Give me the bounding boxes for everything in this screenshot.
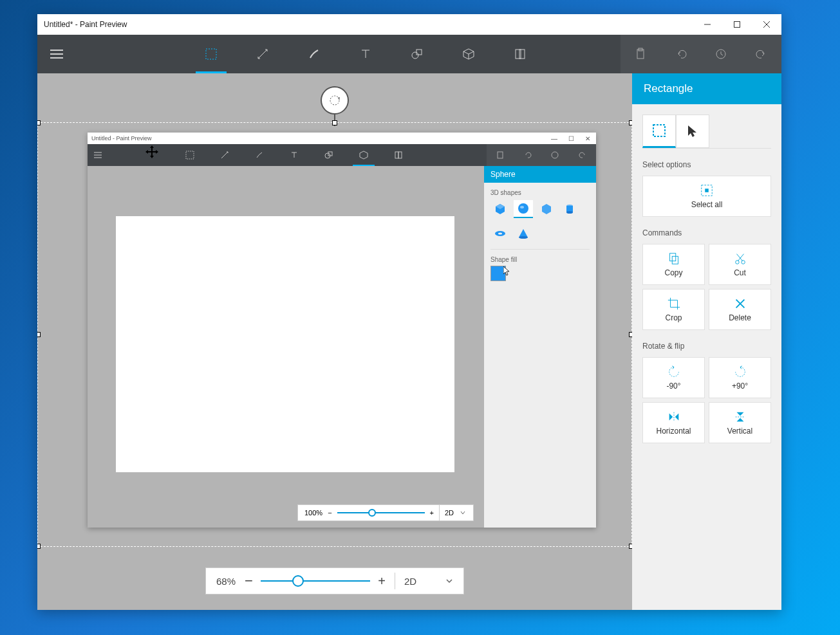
inner-undo	[514, 144, 542, 166]
zoom-in-button[interactable]: +	[378, 574, 386, 589]
svg-point-62	[735, 261, 739, 264]
svg-point-47	[498, 233, 502, 235]
history-button[interactable]	[701, 35, 742, 73]
inner-zoom-in: +	[430, 509, 434, 517]
side-panel: Rectangle Select options Select all Comm…	[632, 73, 781, 610]
inner-view-mode: 2D	[445, 509, 454, 517]
svg-rect-26	[186, 151, 194, 159]
crop-button[interactable]: Crop	[642, 289, 705, 330]
rectangle-select-tab[interactable]	[642, 115, 676, 148]
move-cursor-icon	[145, 145, 158, 161]
inner-paste	[487, 144, 514, 166]
inner-stickers-tool	[381, 144, 416, 166]
sphere-shape-icon	[514, 200, 533, 218]
rotate-neg90-button[interactable]: -90°	[642, 357, 705, 398]
close-button[interactable]	[752, 14, 781, 35]
svg-line-8	[258, 50, 267, 59]
inner-close: ✕	[579, 133, 596, 144]
brush-tool[interactable]	[288, 35, 340, 73]
svg-marker-54	[145, 150, 148, 154]
inner-canvas-white	[116, 216, 454, 472]
svg-line-64	[738, 254, 743, 261]
pasted-screenshot[interactable]: Untitled - Paint Preview — ☐ ✕	[88, 133, 596, 528]
svg-line-27	[221, 152, 228, 158]
zoom-slider-thumb[interactable]	[292, 575, 304, 587]
inner-toolbar	[88, 144, 596, 166]
paste-button[interactable]	[621, 35, 661, 73]
inner-panel-title: Sphere	[484, 166, 596, 183]
svg-marker-76	[736, 418, 743, 422]
svg-rect-61	[672, 256, 678, 264]
svg-point-36	[552, 152, 558, 158]
svg-marker-72	[669, 414, 673, 421]
cylinder-shape-icon	[560, 200, 579, 218]
select-options-label: Select options	[642, 160, 771, 169]
inner-titlebar: Untitled - Paint Preview — ☐ ✕	[88, 133, 596, 144]
app-window: Untitled* - Paint Preview	[37, 14, 781, 610]
flip-vertical-button[interactable]: Vertical	[709, 402, 771, 443]
inner-history	[541, 144, 569, 166]
inner-minimize: —	[546, 133, 563, 144]
delete-button[interactable]: Delete	[709, 289, 771, 330]
zoom-out-button[interactable]: −	[245, 573, 253, 589]
svg-rect-35	[498, 152, 503, 158]
canvas-area[interactable]: Untitled - Paint Preview — ☐ ✕	[37, 73, 632, 610]
zoom-percent: 68%	[216, 576, 236, 587]
rotate-pos90-button[interactable]: +90°	[709, 357, 771, 398]
svg-marker-73	[675, 414, 678, 421]
shapes-2d-tool[interactable]	[391, 35, 443, 73]
svg-point-40	[518, 203, 528, 214]
main-toolbar	[37, 35, 781, 73]
svg-rect-18	[519, 50, 525, 59]
view-mode-label[interactable]: 2D	[404, 576, 436, 587]
window-buttons	[693, 14, 781, 35]
inner-maximize: ☐	[563, 133, 579, 144]
maximize-button[interactable]	[722, 14, 752, 35]
svg-point-11	[412, 52, 418, 59]
rotate-flip-label: Rotate & flip	[642, 342, 771, 351]
rotate-handle[interactable]	[321, 86, 349, 115]
inner-3d-tool	[346, 144, 381, 166]
svg-point-63	[741, 261, 745, 264]
svg-rect-7	[206, 49, 216, 59]
svg-point-49	[519, 236, 528, 239]
inner-shapes-label: 3D shapes	[490, 189, 590, 196]
stickers-tool[interactable]	[494, 35, 546, 73]
select-tool[interactable]	[185, 35, 237, 73]
inner-menu	[88, 144, 108, 166]
redo-button[interactable]	[742, 35, 782, 73]
svg-marker-57	[688, 125, 696, 137]
zoom-slider[interactable]	[261, 580, 370, 582]
text-tool[interactable]	[340, 35, 391, 73]
minimize-button[interactable]	[693, 14, 722, 35]
svg-point-45	[566, 211, 573, 214]
selection-mode-tabs	[642, 115, 771, 149]
workspace: Untitled - Paint Preview — ☐ ✕	[37, 73, 781, 610]
svg-marker-32	[360, 151, 368, 159]
history-buttons	[621, 35, 781, 73]
inner-zoom-out: −	[328, 509, 331, 517]
panel-title: Rectangle	[632, 73, 781, 104]
select-all-button[interactable]: Select all	[642, 176, 771, 217]
hexagon-shape-icon	[537, 200, 556, 218]
cone-shape-icon	[514, 225, 533, 243]
undo-button[interactable]	[661, 35, 702, 73]
chevron-down-icon[interactable]	[445, 577, 453, 585]
cut-button[interactable]: Cut	[709, 244, 771, 285]
svg-point-22	[330, 96, 339, 105]
svg-rect-56	[653, 125, 665, 136]
svg-rect-1	[734, 22, 740, 28]
svg-marker-52	[150, 145, 154, 148]
copy-button[interactable]: Copy	[642, 244, 705, 285]
crop-tool[interactable]	[237, 35, 288, 73]
svg-marker-55	[156, 150, 158, 154]
flip-horizontal-button[interactable]: Horizontal	[642, 402, 705, 443]
inner-zoom-percent: 100%	[304, 509, 322, 517]
pointer-select-tab[interactable]	[676, 115, 709, 148]
commands-label: Commands	[642, 228, 771, 237]
inner-shapefill-label: Shape fill	[490, 256, 590, 263]
menu-button[interactable]	[37, 35, 76, 73]
inner-brush-tool	[242, 144, 277, 166]
shapes-3d-tool[interactable]	[443, 35, 494, 73]
svg-point-41	[520, 206, 524, 208]
